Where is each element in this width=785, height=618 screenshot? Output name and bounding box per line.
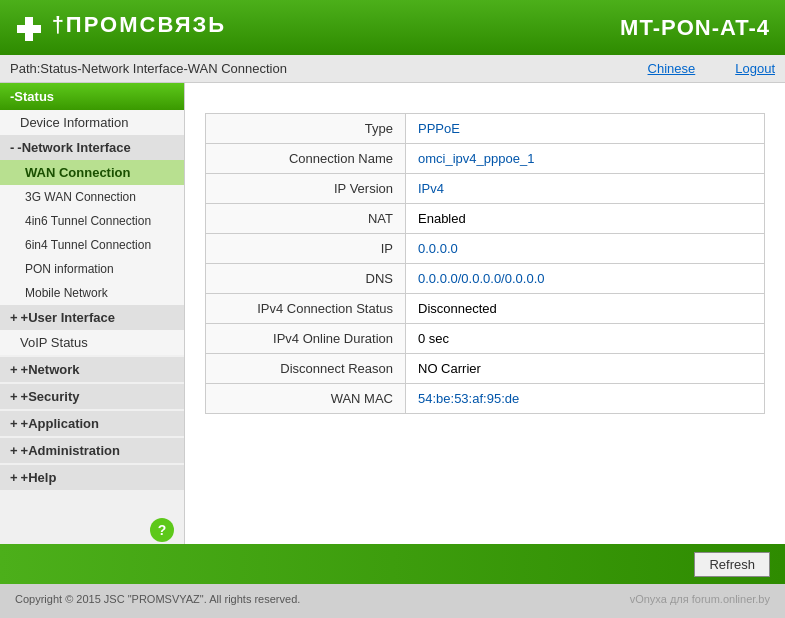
sidebar-network-interface[interactable]: -Network Interface: [0, 135, 184, 160]
device-name: MT-PON-AT-4: [620, 15, 770, 41]
sidebar-security[interactable]: +Security: [0, 384, 184, 409]
table-value: 54:be:53:af:95:de: [406, 384, 765, 414]
footer-watermark: vOnуха для forum.onliner.by: [630, 593, 770, 605]
logo: †ПРОМСВЯЗЬ: [15, 12, 226, 43]
sidebar-4in6-tunnel[interactable]: 4in6 Tunnel Connection: [0, 209, 184, 233]
table-value: 0.0.0.0/0.0.0.0/0.0.0.0: [406, 264, 765, 294]
sidebar-user-interface[interactable]: +User Interface: [0, 305, 184, 330]
table-label: Type: [206, 114, 406, 144]
table-row: Disconnect ReasonNO Carrier: [206, 354, 765, 384]
footer-copyright: Copyright © 2015 JSC "PROMSVYAZ". All ri…: [15, 593, 300, 605]
sidebar-network[interactable]: +Network: [0, 357, 184, 382]
logout-link[interactable]: Logout: [735, 61, 775, 76]
sidebar-3g-wan[interactable]: 3G WAN Connection: [0, 185, 184, 209]
table-value: IPv4: [406, 174, 765, 204]
help-icon-container: ?: [0, 510, 184, 544]
content-area: TypePPPoEConnection Nameomci_ipv4_pppoe_…: [185, 83, 785, 544]
table-row: IP0.0.0.0: [206, 234, 765, 264]
table-row: IPv4 Online Duration0 sec: [206, 324, 765, 354]
table-row: TypePPPoE: [206, 114, 765, 144]
sidebar-status[interactable]: -Status: [0, 83, 184, 110]
table-row: DNS0.0.0.0/0.0.0.0/0.0.0.0: [206, 264, 765, 294]
table-label: DNS: [206, 264, 406, 294]
sidebar-pon-info[interactable]: PON information: [0, 257, 184, 281]
table-label: IP Version: [206, 174, 406, 204]
header: †ПРОМСВЯЗЬ MT-PON-AT-4: [0, 0, 785, 55]
main-layout: -Status Device Information -Network Inte…: [0, 83, 785, 544]
svg-rect-0: [25, 17, 33, 25]
sidebar-administration[interactable]: +Administration: [0, 438, 184, 463]
bottom-bar: Refresh: [0, 544, 785, 584]
table-value: NO Carrier: [406, 354, 765, 384]
table-row: IP VersionIPv4: [206, 174, 765, 204]
logo-icon: [15, 15, 43, 43]
chinese-link[interactable]: Chinese: [648, 61, 696, 76]
table-value: PPPoE: [406, 114, 765, 144]
svg-rect-1: [17, 25, 25, 33]
table-label: WAN MAC: [206, 384, 406, 414]
sidebar-wan-connection[interactable]: WAN Connection: [0, 160, 184, 185]
table-label: IPv4 Connection Status: [206, 294, 406, 324]
wan-info-table: TypePPPoEConnection Nameomci_ipv4_pppoe_…: [205, 113, 765, 414]
logo-text: †ПРОМСВЯЗЬ: [52, 12, 227, 37]
path-text: Path:Status-Network Interface-WAN Connec…: [10, 61, 287, 76]
path-bar: Path:Status-Network Interface-WAN Connec…: [0, 55, 785, 83]
sidebar: -Status Device Information -Network Inte…: [0, 83, 185, 544]
table-label: Connection Name: [206, 144, 406, 174]
table-label: NAT: [206, 204, 406, 234]
table-row: IPv4 Connection StatusDisconnected: [206, 294, 765, 324]
sidebar-6in4-tunnel[interactable]: 6in4 Tunnel Connection: [0, 233, 184, 257]
table-value: Enabled: [406, 204, 765, 234]
table-label: IPv4 Online Duration: [206, 324, 406, 354]
sidebar-application[interactable]: +Application: [0, 411, 184, 436]
table-value: omci_ipv4_pppoe_1: [406, 144, 765, 174]
sidebar-help[interactable]: +Help: [0, 465, 184, 490]
table-value: 0 sec: [406, 324, 765, 354]
table-label: Disconnect Reason: [206, 354, 406, 384]
table-value: 0.0.0.0: [406, 234, 765, 264]
sidebar-voip[interactable]: VoIP Status: [0, 330, 184, 355]
sidebar-device-info[interactable]: Device Information: [0, 110, 184, 135]
table-row: NATEnabled: [206, 204, 765, 234]
help-question-icon[interactable]: ?: [150, 518, 174, 542]
sidebar-mobile-network[interactable]: Mobile Network: [0, 281, 184, 305]
refresh-button[interactable]: Refresh: [694, 552, 770, 577]
svg-rect-3: [25, 33, 33, 41]
path-actions: Chinese Logout: [648, 61, 775, 76]
table-value: Disconnected: [406, 294, 765, 324]
svg-rect-4: [25, 25, 33, 33]
table-row: Connection Nameomci_ipv4_pppoe_1: [206, 144, 765, 174]
table-row: WAN MAC54:be:53:af:95:de: [206, 384, 765, 414]
table-label: IP: [206, 234, 406, 264]
footer: Copyright © 2015 JSC "PROMSVYAZ". All ri…: [0, 584, 785, 614]
svg-rect-2: [33, 25, 41, 33]
